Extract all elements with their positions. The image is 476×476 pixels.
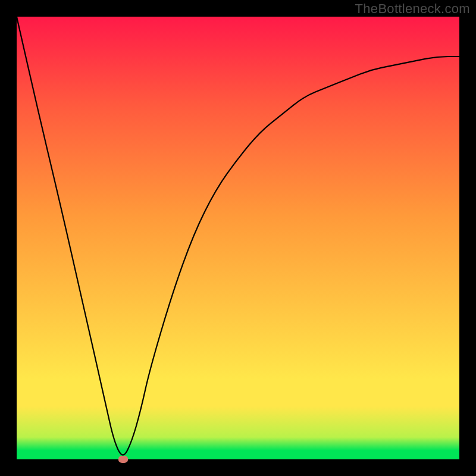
minimum-marker bbox=[118, 456, 128, 463]
chart-frame: TheBottleneck.com bbox=[0, 0, 476, 476]
bottleneck-curve bbox=[17, 17, 459, 459]
plot-area bbox=[17, 17, 459, 459]
watermark-text: TheBottleneck.com bbox=[355, 1, 470, 17]
